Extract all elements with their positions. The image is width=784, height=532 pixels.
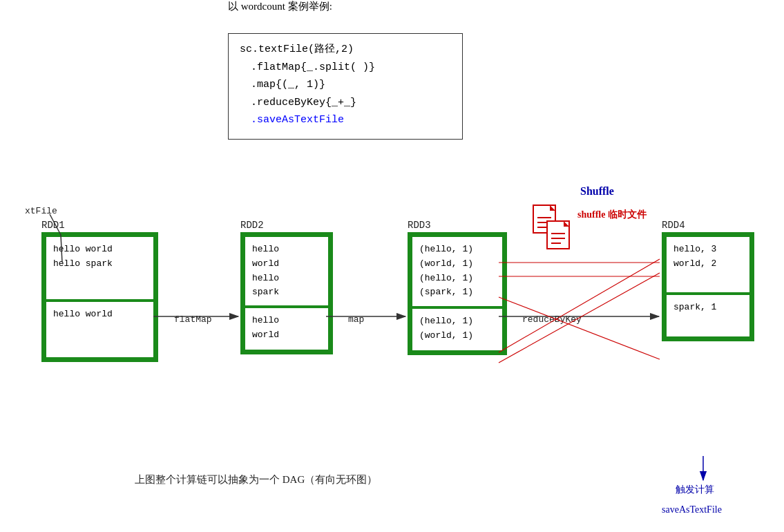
xtfile-label: xtFile — [25, 206, 57, 216]
rdd4-outer: hello, 3 world, 2 spark, 1 — [662, 232, 754, 341]
bottom-text: 上图整个计算链可以抽象为一个 DAG（有向无环图） — [135, 473, 377, 486]
save-label: saveAsTextFile — [662, 504, 722, 515]
rdd2-outer: hello world hello spark hello world — [240, 232, 333, 354]
rdd3-partition2: (hello, 1) (world, 1) — [412, 309, 502, 350]
rdd2-partition1: hello world hello spark — [245, 237, 328, 305]
code-line-1: sc.textFile(路径,2) — [240, 41, 451, 59]
rdd4-label: RDD4 — [662, 220, 754, 231]
svg-line-18 — [499, 259, 660, 352]
rdd4-partition2: spark, 1 — [667, 295, 749, 336]
shuffle-label: Shuffle — [580, 185, 614, 198]
rdd3-partition1: (hello, 1) (world, 1) (hello, 1) (spark,… — [412, 237, 502, 306]
rdd3-label: RDD3 — [408, 220, 507, 231]
svg-line-17 — [499, 297, 660, 359]
rdd1-partition2: hello world — [46, 302, 153, 357]
shuffle-icon-2 — [546, 220, 576, 257]
shuffle-file-label: shuffle 临时文件 — [577, 209, 647, 221]
rdd2-partition2: hello world — [245, 308, 328, 350]
rdd1-group: RDD1 hello world hello spark hello world — [41, 220, 158, 362]
rdd1-outer: hello world hello spark hello world — [41, 232, 158, 362]
rdd3-outer: (hello, 1) (world, 1) (hello, 1) (spark,… — [408, 232, 507, 355]
code-line-4: .reduceByKey{_+_} — [240, 94, 451, 112]
code-line-5: .saveAsTextFile — [240, 111, 451, 129]
map-label: map — [348, 314, 364, 325]
code-box: sc.textFile(路径,2) .flatMap{_.split( )} .… — [228, 33, 463, 140]
trigger-text: 触发计算 — [676, 484, 714, 496]
code-line-2: .flatMap{_.split( )} — [240, 59, 451, 77]
flatmap-label: flatMap — [174, 314, 212, 325]
reducebykey-label: reduceByKey — [522, 314, 582, 325]
rdd3-group: RDD3 (hello, 1) (world, 1) (hello, 1) (s… — [408, 220, 507, 355]
rdd1-label: RDD1 — [41, 220, 158, 231]
rdd2-group: RDD2 hello world hello spark hello world — [240, 220, 333, 354]
rdd1-partition1: hello world hello spark — [46, 237, 153, 299]
rdd4-group: RDD4 hello, 3 world, 2 spark, 1 — [662, 220, 754, 341]
rdd4-partition1: hello, 3 world, 2 — [667, 237, 749, 292]
code-line-3: .map{(_, 1)} — [240, 76, 451, 94]
rdd2-label: RDD2 — [240, 220, 333, 231]
code-title: 以 wordcount 案例举例: — [228, 0, 332, 13]
